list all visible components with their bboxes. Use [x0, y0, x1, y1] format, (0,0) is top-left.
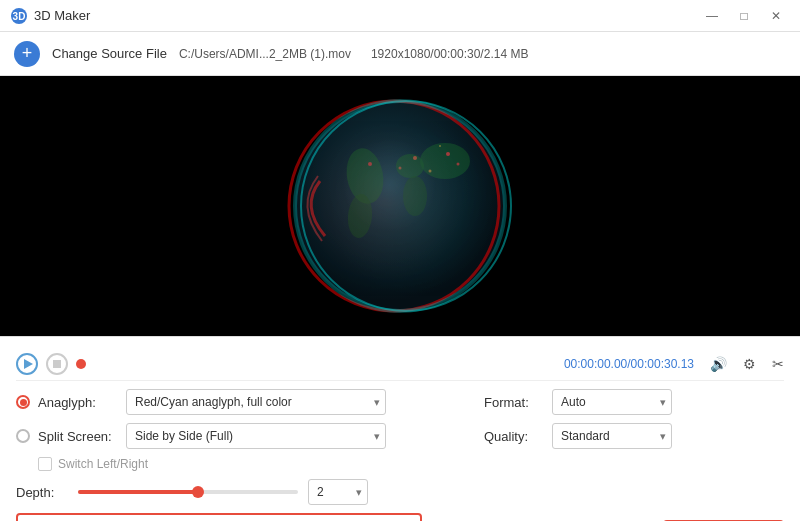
format-select-wrapper: Auto — [552, 389, 672, 415]
format-option: Format: Auto — [484, 389, 784, 415]
anaglyph-select[interactable]: Red/Cyan anaglyph, full color — [126, 389, 386, 415]
right-options: Format: Auto Quality: Standard — [484, 389, 784, 471]
bottom-row: Save to: C:\Aiseesoft Studio\Ais...erter… — [16, 513, 784, 521]
depth-slider-thumb[interactable] — [192, 486, 204, 498]
splitscreen-option: Split Screen: Side by Side (Full) — [16, 423, 484, 449]
splitscreen-label: Split Screen: — [38, 429, 118, 444]
depth-slider-fill — [78, 490, 199, 494]
file-path: C:/Users/ADMI...2_2MB (1).mov — [179, 47, 351, 61]
splitscreen-select-wrapper: Side by Side (Full) — [126, 423, 386, 449]
window-controls: — □ ✕ — [698, 6, 790, 26]
format-select[interactable]: Auto — [552, 389, 672, 415]
globe-preview — [270, 86, 530, 326]
preview-area — [0, 76, 800, 336]
quality-option: Quality: Standard — [484, 423, 784, 449]
controls-area: 00:00:00.00/00:00:30.13 🔊 ⚙ ✂ Anaglyph: … — [0, 336, 800, 521]
record-button[interactable] — [76, 359, 86, 369]
options-row: Anaglyph: Red/Cyan anaglyph, full color … — [16, 381, 784, 475]
play-icon — [24, 359, 33, 369]
switch-leftright-label: Switch Left/Right — [58, 457, 148, 471]
change-source-label: Change Source File — [52, 46, 167, 61]
playback-row: 00:00:00.00/00:00:30.13 🔊 ⚙ ✂ — [16, 347, 784, 381]
anaglyph-radio-filled — [20, 399, 27, 406]
quality-label: Quality: — [484, 429, 544, 444]
quality-select[interactable]: Standard — [552, 423, 672, 449]
app-title: 3D Maker — [34, 8, 698, 23]
format-label: Format: — [484, 395, 544, 410]
switch-leftright-checkbox[interactable] — [38, 457, 52, 471]
depth-select[interactable]: 2 — [308, 479, 368, 505]
anaglyph-label: Anaglyph: — [38, 395, 118, 410]
stop-icon — [53, 360, 61, 368]
title-bar: 3D 3D Maker — □ ✕ — [0, 0, 800, 32]
cut-icon[interactable]: ✂ — [772, 356, 784, 372]
svg-point-19 — [330, 126, 500, 296]
stop-button[interactable] — [46, 353, 68, 375]
play-button[interactable] — [16, 353, 38, 375]
maximize-button[interactable]: □ — [730, 6, 758, 26]
splitscreen-radio[interactable] — [16, 429, 30, 443]
left-options: Anaglyph: Red/Cyan anaglyph, full color … — [16, 389, 484, 471]
switch-leftright-line: Switch Left/Right — [38, 457, 484, 471]
depth-value-wrapper: 2 — [308, 479, 368, 505]
app-icon: 3D — [10, 7, 28, 25]
quality-select-wrapper: Standard — [552, 423, 672, 449]
svg-text:3D: 3D — [13, 11, 26, 22]
depth-slider-track[interactable] — [78, 490, 298, 494]
anaglyph-option: Anaglyph: Red/Cyan anaglyph, full color — [16, 389, 484, 415]
anaglyph-radio[interactable] — [16, 395, 30, 409]
file-info: 1920x1080/00:00:30/2.14 MB — [371, 47, 528, 61]
depth-row: Depth: 2 — [16, 475, 784, 513]
anaglyph-select-wrapper: Red/Cyan anaglyph, full color — [126, 389, 386, 415]
settings-icon[interactable]: ⚙ — [743, 356, 756, 372]
splitscreen-select[interactable]: Side by Side (Full) — [126, 423, 386, 449]
time-display: 00:00:00.00/00:00:30.13 — [564, 357, 694, 371]
save-row: Save to: C:\Aiseesoft Studio\Ais...erter… — [16, 513, 422, 521]
minimize-button[interactable]: — — [698, 6, 726, 26]
depth-label: Depth: — [16, 485, 68, 500]
toolbar: + Change Source File C:/Users/ADMI...2_2… — [0, 32, 800, 76]
volume-icon[interactable]: 🔊 — [710, 356, 727, 372]
close-button[interactable]: ✕ — [762, 6, 790, 26]
add-source-button[interactable]: + — [14, 41, 40, 67]
